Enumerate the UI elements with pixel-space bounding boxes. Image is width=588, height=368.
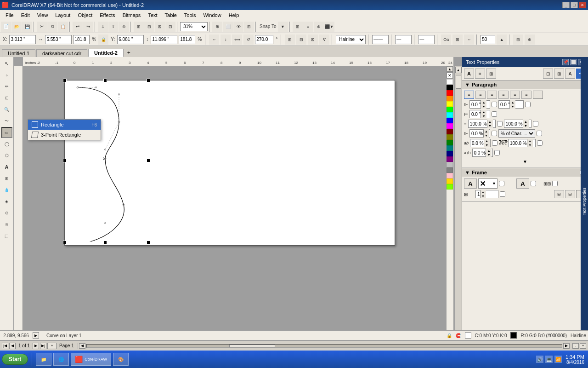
color-green[interactable] <box>447 107 453 112</box>
prop-font-btn[interactable]: A <box>464 69 474 79</box>
vertspacing-up[interactable]: ▲ <box>486 149 492 153</box>
linespace-cb2[interactable] <box>533 121 538 126</box>
hscroll-left[interactable]: ◀ <box>79 343 85 349</box>
frame-cols-cb[interactable] <box>500 191 505 197</box>
close-btn[interactable]: ✕ <box>579 2 586 8</box>
snap-btn[interactable]: ⊞ <box>134 22 144 32</box>
snap-to-btn[interactable]: ⊞ <box>244 22 254 32</box>
angle-input[interactable] <box>255 35 273 44</box>
align-center-btn[interactable]: ≡ <box>475 91 486 99</box>
new-btn[interactable]: 📄 <box>1 22 11 32</box>
frame-cb2[interactable] <box>531 181 536 186</box>
color-teal[interactable] <box>447 145 453 151</box>
tab-untitled1[interactable]: Untitled-1 <box>2 49 35 57</box>
color-pink[interactable] <box>447 173 453 178</box>
freehand-tool-btn[interactable]: ✏ <box>1 81 12 92</box>
undo-btn[interactable]: ↩ <box>73 22 83 32</box>
corel-btn[interactable]: 🟥 CorelDRAW <box>71 353 111 366</box>
frame-header[interactable]: ▼ Frame <box>462 168 588 177</box>
tb2-extra6[interactable]: ↔ <box>464 34 474 45</box>
tab-darksaber[interactable]: darksaber cut.cdr <box>36 49 87 57</box>
page-add-btn[interactable]: + <box>47 343 57 349</box>
charspacing-cb2[interactable] <box>537 140 543 146</box>
tray-icon2[interactable]: 💻 <box>545 356 553 363</box>
menu-view[interactable]: View <box>34 12 52 19</box>
paraspacing-cb[interactable] <box>492 131 497 136</box>
indent-left-up[interactable]: ▲ <box>481 100 486 104</box>
frame-cols-up[interactable]: ▲ <box>481 190 486 194</box>
color-blue[interactable] <box>447 118 453 123</box>
mirror-btn[interactable]: ⟺ <box>232 34 242 45</box>
tray-icon3[interactable]: 📶 <box>554 356 562 363</box>
menu-effects[interactable]: Effects <box>96 12 119 19</box>
window-btn[interactable]: ⬜ <box>223 22 233 32</box>
firstline-down[interactable]: ▼ <box>481 114 486 118</box>
tab-add-btn[interactable]: + <box>124 49 133 57</box>
prop-frame-btn[interactable]: ⊞ <box>486 69 496 79</box>
color-gray[interactable] <box>447 167 453 173</box>
paraspacing-unit[interactable]: % of Char. ... <box>498 129 535 138</box>
color-gold[interactable] <box>447 178 453 184</box>
tab-untitled2[interactable]: Untitled-2 <box>88 49 124 57</box>
menu-item-rectangle[interactable]: Rectangle F6 <box>28 120 101 130</box>
charspacing-down[interactable]: ▼ <box>484 143 490 147</box>
menu-layout[interactable]: Layout <box>51 12 74 19</box>
menu-table[interactable]: Table <box>161 12 181 19</box>
view3-btn[interactable]: ⊡ <box>165 22 175 32</box>
firstline-cb[interactable] <box>492 111 497 117</box>
indent-cb1[interactable] <box>492 102 497 107</box>
y-input[interactable] <box>117 35 144 44</box>
view2-btn[interactable]: ⊠ <box>155 22 165 32</box>
color-cyan[interactable] <box>447 112 453 118</box>
tray-icon1[interactable]: 🔊 <box>536 356 543 363</box>
indent-cb2[interactable] <box>525 102 531 107</box>
prop-para-btn[interactable]: ≡ <box>475 69 485 79</box>
linespace2-up[interactable]: ▲ <box>523 120 529 124</box>
vscroll-up[interactable]: ▲ <box>455 67 462 73</box>
h-input[interactable] <box>151 35 177 44</box>
menu-tools[interactable]: Tools <box>181 12 200 19</box>
hscroll-thumb[interactable] <box>229 345 275 347</box>
tb2-extra5[interactable]: ⊞ <box>452 34 463 45</box>
page-first-btn[interactable]: |◀ <box>2 343 8 349</box>
paraspacing-cb2[interactable] <box>537 131 542 136</box>
menu-window[interactable]: Window <box>200 12 225 19</box>
chrome-btn[interactable]: 🌐 <box>53 353 69 366</box>
tb-extra3[interactable]: ⊕ <box>314 22 324 32</box>
menu-object[interactable]: Object <box>74 12 96 19</box>
menu-bitmaps[interactable]: Bitmaps <box>119 12 145 19</box>
curve-tool-btn[interactable]: 〜 <box>1 115 12 126</box>
align-right-btn[interactable]: ≡ <box>487 91 497 99</box>
flip-h-btn[interactable]: ↔ <box>209 34 219 45</box>
color-darkred[interactable] <box>447 129 453 134</box>
x-input[interactable] <box>9 35 36 44</box>
panel-float-btn[interactable]: ⬜ <box>570 59 577 65</box>
color-navy[interactable] <box>447 151 453 156</box>
rect-tool-btn[interactable]: ▭ <box>1 127 12 138</box>
menu-text[interactable]: Text <box>144 12 161 19</box>
view1-btn[interactable]: ⊟ <box>144 22 154 32</box>
color-white[interactable] <box>447 79 453 85</box>
canvas-area[interactable]: inches -2 -1 0 1 2 3 4 5 6 7 8 9 10 11 1… <box>14 57 462 346</box>
charspacing-spin[interactable]: 0.0 % ▲ ▼ <box>470 139 491 147</box>
zoom-dropdown[interactable]: 31% 10%25%50%75%100% <box>180 22 208 31</box>
file-explorer-btn[interactable]: 📁 <box>36 353 51 366</box>
firstline-up[interactable]: ▲ <box>481 110 486 114</box>
vertspacing-cb[interactable] <box>494 150 500 155</box>
blend-tool-btn[interactable]: ≋ <box>1 219 12 230</box>
frame-overflow-dropdown[interactable]: ✕ ▼ <box>478 178 498 189</box>
tb2-grid[interactable]: ⊞ <box>513 34 523 45</box>
paste-btn[interactable]: 📋 <box>58 22 68 32</box>
tb2-extra2[interactable]: ⊟ <box>296 34 306 45</box>
title-controls[interactable]: _ □ ✕ <box>562 2 586 8</box>
extrude-tool-btn[interactable]: ⬚ <box>1 230 12 242</box>
hscroll-track[interactable] <box>86 344 562 348</box>
node-tool-btn[interactable]: ⬦ <box>1 69 12 80</box>
wordspacing-up[interactable]: ▲ <box>527 139 533 143</box>
prop-extra2[interactable]: ⊞ <box>554 69 564 79</box>
arrow-start-input[interactable] <box>395 35 412 44</box>
redo-btn[interactable]: ↪ <box>83 22 93 32</box>
wordspacing-spin[interactable]: 100.0 % ▲ ▼ <box>508 139 536 147</box>
linespace-spin2[interactable]: 100.0 % ▲ ▼ <box>504 120 531 128</box>
prop-extra3[interactable]: A <box>565 69 575 79</box>
